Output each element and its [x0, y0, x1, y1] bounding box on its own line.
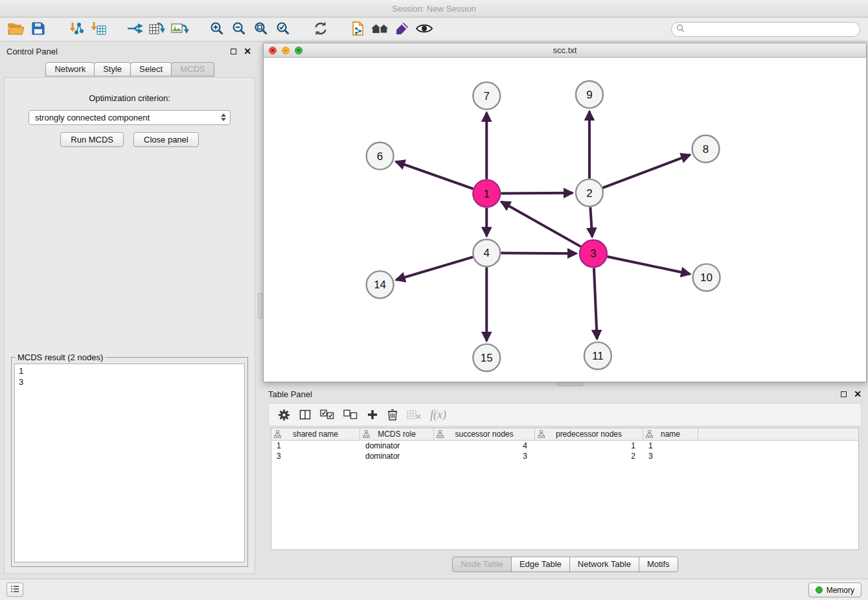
table-row[interactable]: 1dominator411 [271, 441, 858, 451]
column-icon[interactable] [299, 409, 311, 421]
graph-node-14[interactable]: 14 [367, 271, 394, 298]
open-session-button[interactable] [5, 19, 27, 40]
svg-text:4: 4 [484, 247, 490, 259]
tab-network[interactable]: Network [45, 62, 95, 76]
graph-edge-2-3[interactable] [590, 207, 592, 237]
import-network-button[interactable] [65, 19, 87, 40]
column-header-shared-name[interactable]: shared name [271, 428, 360, 440]
tab-edge-table[interactable]: Edge Table [511, 557, 570, 572]
close-panel-button[interactable]: Close panel [133, 132, 199, 147]
graph-node-4[interactable]: 4 [473, 239, 500, 266]
graph-node-6[interactable]: 6 [367, 143, 394, 170]
window-title: Session: New Session [392, 4, 475, 14]
graph-node-8[interactable]: 8 [692, 135, 720, 163]
zoom-out-button[interactable] [228, 19, 250, 40]
clone-network-button[interactable] [146, 19, 168, 40]
float-panel-icon[interactable] [231, 49, 236, 54]
svg-text:6: 6 [377, 150, 383, 163]
close-window-icon[interactable]: ✕ [269, 47, 277, 54]
export-image-icon [170, 21, 188, 38]
sort-icon [274, 430, 281, 440]
graph-node-11[interactable]: 11 [584, 342, 611, 369]
add-row-icon[interactable] [367, 409, 378, 421]
close-panel-icon[interactable]: ✕ [244, 47, 251, 56]
save-session-button[interactable] [27, 19, 49, 40]
table-toolbar: f(x) [268, 403, 862, 426]
tab-mcds[interactable]: MCDS [171, 62, 214, 76]
copy-network-button[interactable] [347, 19, 369, 40]
clone-network-icon [148, 21, 166, 38]
graph-node-7[interactable]: 7 [473, 82, 500, 110]
delete-column-icon[interactable] [407, 410, 421, 420]
new-network-button[interactable] [124, 19, 146, 40]
table-body: 1dominator4113dominator323 [271, 441, 858, 461]
graph-node-10[interactable]: 10 [693, 264, 720, 291]
graph-edge-3-11[interactable] [594, 268, 597, 339]
graph-node-2[interactable]: 2 [576, 179, 603, 207]
network-window-titlebar[interactable]: ✕ − + scc.txt [264, 43, 866, 58]
svg-text:1: 1 [484, 188, 490, 200]
export-image-button[interactable] [168, 19, 190, 40]
svg-text:8: 8 [703, 143, 709, 156]
tab-select[interactable]: Select [130, 62, 172, 76]
zoom-fit-button[interactable] [250, 19, 272, 40]
column-header-mcds-role[interactable]: MCDS role [360, 428, 434, 440]
zoom-in-button[interactable] [206, 19, 228, 40]
mcds-result-group: MCDS result (2 nodes) 1 3 [11, 352, 248, 567]
close-table-panel-icon[interactable]: ✕ [854, 389, 862, 398]
column-header-name[interactable]: name [643, 428, 698, 440]
node-table[interactable]: shared nameMCDS rolesuccessor nodesprede… [271, 428, 859, 550]
graph-edge-2-8[interactable] [602, 155, 690, 188]
vertical-splitter-handle[interactable] [258, 293, 262, 319]
select-all-icon[interactable] [320, 410, 334, 420]
graph-node-9[interactable]: 9 [576, 81, 603, 108]
tab-motifs[interactable]: Motifs [639, 557, 678, 572]
delete-icon[interactable] [387, 409, 398, 421]
table-cell: 1 [643, 441, 698, 450]
svg-text:14: 14 [374, 279, 386, 291]
mcds-result-text: 1 3 [14, 363, 245, 562]
refresh-button[interactable] [310, 19, 332, 40]
memory-status-dot [816, 586, 823, 594]
graph-node-15[interactable]: 15 [473, 344, 500, 371]
main-toolbar [0, 17, 868, 41]
zoom-window-icon[interactable]: + [295, 47, 303, 54]
graph-edge-1-2[interactable] [501, 193, 573, 194]
network-canvas-container[interactable]: 7968124314101511 [264, 58, 866, 382]
graph-node-1[interactable]: 1 [473, 180, 500, 207]
search-input[interactable] [685, 25, 860, 34]
save-session-icon [31, 21, 45, 38]
task-history-button[interactable] [6, 583, 23, 597]
graph-edge-3-1[interactable] [501, 202, 581, 246]
horizontal-splitter-handle[interactable] [557, 382, 583, 386]
network-canvas[interactable]: 7968124314101511 [264, 58, 866, 382]
annotation-button[interactable] [391, 19, 413, 40]
graph-node-3[interactable]: 3 [580, 240, 607, 267]
tab-network-table[interactable]: Network Table [569, 557, 639, 572]
table-row[interactable]: 3dominator323 [271, 451, 858, 461]
minimize-window-icon[interactable]: − [282, 47, 290, 54]
deselect-all-icon[interactable] [343, 410, 358, 420]
float-table-panel-icon[interactable] [841, 391, 847, 397]
table-panel-tabbar: Node TableEdge TableNetwork TableMotifs [263, 557, 867, 572]
show-hide-button[interactable] [413, 19, 435, 40]
memory-button[interactable]: Memory [808, 583, 862, 597]
tab-style[interactable]: Style [94, 62, 131, 76]
function-icon[interactable]: f(x) [430, 408, 446, 422]
tab-node-table[interactable]: Node Table [452, 557, 512, 572]
run-mcds-button[interactable]: Run MCDS [60, 132, 124, 147]
settings-gear-icon[interactable] [278, 409, 290, 421]
column-header-predecessor-nodes[interactable]: predecessor nodes [535, 428, 643, 440]
import-table-button[interactable] [87, 19, 109, 40]
graph-edge-4-14[interactable] [396, 257, 473, 280]
graph-edge-4-3[interactable] [501, 253, 577, 253]
first-neighbors-button[interactable] [369, 19, 391, 40]
zoom-selected-button[interactable] [272, 19, 294, 40]
optimization-criterion-select[interactable]: strongly connected component [29, 110, 231, 125]
column-header-successor-nodes[interactable]: successor nodes [434, 428, 535, 440]
first-neighbors-icon [371, 21, 390, 38]
graph-edge-3-10[interactable] [607, 257, 690, 274]
search-field[interactable] [671, 22, 860, 37]
graph-edge-1-6[interactable] [396, 161, 473, 189]
open-session-icon [8, 21, 25, 38]
